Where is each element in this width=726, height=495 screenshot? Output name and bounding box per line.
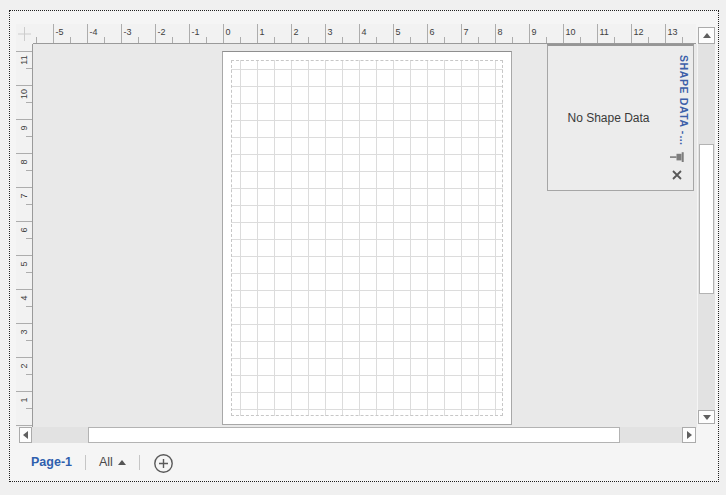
separator [139, 455, 140, 470]
triangle-up-icon [118, 460, 126, 465]
ruler-label: 4 [362, 28, 367, 37]
crosshair-icon [16, 24, 33, 44]
horizontal-ruler: -5-4-3-2-1012345678910111213 [33, 24, 696, 44]
ruler-tick [376, 37, 377, 43]
scroll-left-button[interactable] [19, 427, 32, 443]
triangle-right-icon [687, 431, 692, 439]
ruler-tick [36, 37, 37, 43]
ruler-tick [512, 37, 513, 43]
ruler-label: 7 [19, 188, 29, 204]
ruler-tick [240, 37, 241, 43]
drawing-page[interactable] [222, 51, 512, 425]
add-page-button[interactable] [153, 452, 175, 474]
ruler-label: 13 [668, 28, 678, 37]
ruler-label: -1 [192, 28, 200, 37]
ruler-tick [614, 37, 615, 43]
ruler-corner [16, 24, 33, 44]
ruler-label: 6 [430, 28, 435, 37]
horizontal-scrollbar-thumb[interactable] [88, 427, 620, 443]
vertical-scrollbar[interactable] [698, 27, 715, 424]
ruler-tick [172, 37, 173, 43]
ruler-label: 8 [19, 154, 29, 170]
all-pages-dropdown[interactable]: All [99, 455, 126, 469]
vertical-ruler: 1234567891011 [16, 44, 33, 428]
close-panel-button[interactable] [669, 168, 685, 182]
horizontal-scrollbar[interactable] [19, 427, 696, 443]
page-tab-bar: Page-1 All [10, 443, 718, 481]
scroll-right-button[interactable] [682, 427, 696, 443]
shape-data-panel: SHAPE DATA -… No Shape Data [547, 44, 694, 191]
ruler-label: 9 [19, 120, 29, 136]
ruler-label: 5 [396, 28, 401, 37]
ruler-tick [53, 24, 54, 43]
page-tab-page1[interactable]: Page-1 [31, 455, 72, 469]
ruler-tick [308, 37, 309, 43]
ruler-tick [444, 37, 445, 43]
ruler-label: -3 [124, 28, 132, 37]
ruler-label: 2 [19, 358, 29, 374]
close-icon [672, 170, 682, 180]
ruler-label: 10 [566, 28, 576, 37]
scroll-down-button[interactable] [698, 410, 715, 424]
ruler-tick [682, 37, 683, 43]
ruler-label: 12 [634, 28, 644, 37]
ruler-tick [597, 24, 598, 43]
ruler-tick [189, 24, 190, 43]
pushpin-icon [670, 151, 685, 163]
ruler-label: 7 [464, 28, 469, 37]
ruler-tick [291, 24, 292, 43]
ruler-label: 6 [19, 222, 29, 238]
ruler-tick [631, 24, 632, 43]
ruler-tick [121, 24, 122, 43]
ruler-label: 1 [260, 28, 265, 37]
ruler-label: 10 [19, 86, 29, 102]
ruler-tick [104, 37, 105, 43]
ruler-tick [410, 37, 411, 43]
ruler-tick [648, 37, 649, 43]
scroll-up-button[interactable] [698, 27, 715, 44]
drawing-control: -5-4-3-2-1012345678910111213 12345678910… [9, 10, 719, 482]
ruler-tick [393, 24, 394, 43]
ruler-tick [155, 24, 156, 43]
ruler-tick [87, 24, 88, 43]
shape-data-empty-message: No Shape Data [548, 111, 669, 125]
shape-data-panel-title: SHAPE DATA -… [678, 55, 690, 146]
ruler-label: 0 [226, 28, 231, 37]
ruler-tick [70, 37, 71, 43]
ruler-label: 9 [532, 28, 537, 37]
ruler-label: 8 [498, 28, 503, 37]
ruler-tick [138, 37, 139, 43]
triangle-down-icon [703, 415, 711, 420]
pasteboard: SHAPE DATA -… No Shape Data [33, 44, 697, 428]
all-pages-label: All [99, 455, 113, 469]
ruler-label: 3 [19, 324, 29, 340]
ruler-tick [359, 24, 360, 43]
plus-circle-icon [153, 453, 174, 474]
ruler-label: 1 [19, 392, 29, 408]
ruler-tick [257, 24, 258, 43]
vertical-scrollbar-thumb[interactable] [699, 144, 714, 294]
triangle-left-icon [23, 431, 28, 439]
ruler-tick [461, 24, 462, 43]
ruler-label: 5 [19, 256, 29, 272]
triangle-up-icon [703, 33, 711, 38]
ruler-label: -4 [90, 28, 98, 37]
ruler-tick [665, 24, 666, 43]
ruler-tick [563, 24, 564, 43]
ruler-label: 2 [294, 28, 299, 37]
ruler-label: -5 [56, 28, 64, 37]
ruler-tick [478, 37, 479, 43]
pin-panel-button[interactable] [669, 150, 685, 164]
ruler-label: 3 [328, 28, 333, 37]
ruler-tick [223, 24, 224, 43]
ruler-tick [342, 37, 343, 43]
ruler-tick [274, 37, 275, 43]
ruler-tick [529, 24, 530, 43]
ruler-label: 11 [19, 52, 29, 68]
ruler-tick [546, 37, 547, 43]
ruler-tick [427, 24, 428, 43]
ruler-label: -2 [158, 28, 166, 37]
ruler-tick [580, 37, 581, 43]
ruler-label: 4 [19, 290, 29, 306]
ruler-tick [16, 425, 32, 426]
